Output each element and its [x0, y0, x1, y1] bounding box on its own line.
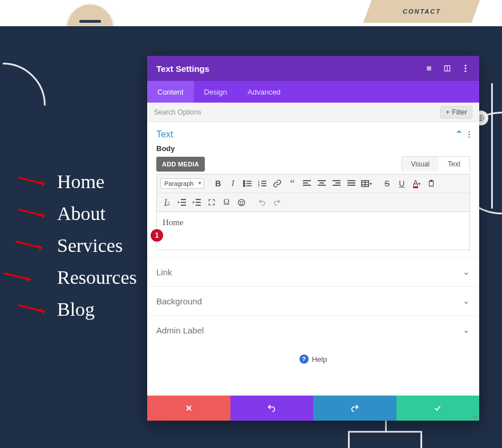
number-list-icon[interactable]: 123: [256, 177, 269, 190]
link-icon[interactable]: [270, 177, 284, 190]
text-color-icon[interactable]: A▾: [410, 177, 423, 190]
modal-title-actions: [424, 64, 470, 73]
resize-handle[interactable]: [470, 412, 478, 420]
arrow-icon: [14, 240, 47, 251]
svg-point-18: [468, 131, 470, 133]
svg-marker-56: [193, 201, 195, 203]
expand-icon[interactable]: [424, 64, 434, 73]
clear-format-icon[interactable]: I×: [160, 196, 174, 209]
search-row: Search Options + Filter: [147, 103, 479, 122]
nav-label: Blog: [57, 299, 95, 320]
collapsed-sections: Link ⌄ Background ⌄ Admin Label ⌄: [147, 250, 479, 344]
bold-icon[interactable]: B: [211, 177, 225, 190]
section-label: Background: [156, 296, 202, 306]
table-icon[interactable]: ▾: [359, 177, 373, 190]
nav-label: Services: [57, 235, 123, 256]
kebab-icon[interactable]: [468, 131, 470, 138]
undo-icon[interactable]: [255, 196, 269, 209]
section-admin-label[interactable]: Admin Label ⌄: [147, 315, 479, 344]
omega-icon[interactable]: Ω: [220, 196, 233, 209]
redo-button[interactable]: [313, 396, 396, 421]
nav-label: Home: [57, 171, 104, 193]
svg-point-12: [428, 68, 430, 69]
decoration-line: [491, 83, 493, 209]
arrow-icon: [17, 176, 50, 188]
svg-point-15: [464, 64, 466, 66]
svg-point-23: [244, 183, 245, 185]
decoration-circle: [0, 63, 46, 148]
section-label: Admin Label: [156, 325, 204, 335]
body-label: Body: [147, 144, 479, 153]
outdent-icon[interactable]: [175, 196, 189, 209]
undo-button[interactable]: [230, 396, 314, 421]
format-select[interactable]: Paragraph: [160, 178, 204, 189]
help-link[interactable]: ? Help: [147, 344, 479, 369]
chevron-up-icon[interactable]: ⌃: [455, 129, 463, 140]
text-settings-modal: Text Settings Content Design Advanced Se…: [147, 56, 479, 421]
help-label: Help: [312, 355, 327, 364]
modal-titlebar[interactable]: Text Settings: [147, 56, 479, 81]
svg-point-59: [238, 199, 244, 205]
svg-point-16: [464, 67, 466, 69]
align-justify-icon[interactable]: [345, 177, 358, 190]
tab-advanced[interactable]: Advanced: [237, 81, 291, 103]
editor-content[interactable]: Home: [156, 211, 470, 250]
svg-point-19: [468, 133, 470, 135]
chevron-down-icon: ⌄: [463, 296, 470, 306]
svg-point-61: [242, 201, 242, 202]
svg-point-20: [468, 136, 470, 138]
snap-icon[interactable]: [443, 64, 452, 73]
filter-label: Filter: [452, 108, 467, 116]
strike-icon[interactable]: S: [380, 177, 394, 190]
editor-tab-text[interactable]: Text: [439, 157, 469, 172]
editor-tab-visual[interactable]: Visual: [402, 157, 439, 172]
modal-tabs: Content Design Advanced: [147, 81, 479, 103]
contact-label: CONTACT: [403, 8, 441, 15]
tab-design[interactable]: Design: [194, 81, 237, 103]
modal-title-text: Text Settings: [156, 64, 209, 74]
align-right-icon[interactable]: [330, 177, 343, 190]
align-left-icon[interactable]: [300, 177, 314, 190]
nav-label: Resources: [57, 267, 137, 288]
editor-mode-tabs: Visual Text: [402, 156, 470, 172]
section-background[interactable]: Background ⌄: [147, 286, 479, 315]
emoji-icon[interactable]: [234, 196, 248, 209]
underline-icon[interactable]: U: [395, 177, 408, 190]
svg-point-21: [244, 181, 245, 182]
cancel-button[interactable]: [147, 396, 230, 421]
bullet-list-icon[interactable]: [241, 177, 254, 190]
chevron-down-icon: ⌄: [463, 325, 470, 335]
align-center-icon[interactable]: [315, 177, 329, 190]
section-label: Link: [156, 267, 172, 277]
contact-link[interactable]: CONTACT: [363, 0, 480, 23]
quote-icon[interactable]: “: [285, 177, 299, 190]
redo-icon[interactable]: [270, 196, 284, 209]
editor-toolbar: Paragraph B I 123 “ ▾ S U A▾ I×: [156, 174, 470, 211]
fullscreen-icon[interactable]: [205, 196, 218, 209]
svg-text:3: 3: [258, 184, 260, 188]
help-icon: ?: [299, 355, 309, 364]
section-link[interactable]: Link ⌄: [147, 257, 479, 286]
svg-point-25: [244, 185, 245, 187]
page-canvas: Home About Services Resources Blog 1 Tex…: [0, 26, 502, 448]
section-title: Text: [156, 129, 173, 140]
chevron-down-icon: ⌄: [463, 267, 470, 277]
search-input[interactable]: Search Options: [154, 108, 201, 116]
svg-point-17: [464, 70, 466, 72]
save-button[interactable]: [396, 396, 480, 421]
indent-icon[interactable]: [190, 196, 204, 209]
nav-label: About: [57, 203, 106, 225]
filter-button[interactable]: + Filter: [440, 106, 472, 119]
section-text-header[interactable]: Text ⌃: [147, 122, 479, 144]
add-media-button[interactable]: ADD MEDIA: [156, 157, 205, 172]
modal-footer: [147, 396, 479, 421]
svg-point-60: [240, 201, 241, 202]
plus-icon: +: [446, 108, 450, 116]
italic-icon[interactable]: I: [226, 177, 240, 190]
hamburger-bar: [79, 20, 101, 23]
tab-content[interactable]: Content: [147, 81, 194, 103]
kebab-icon[interactable]: [461, 64, 470, 73]
decoration-rect: [348, 431, 422, 448]
arrow-icon: [17, 304, 50, 315]
paste-icon[interactable]: [424, 177, 438, 190]
